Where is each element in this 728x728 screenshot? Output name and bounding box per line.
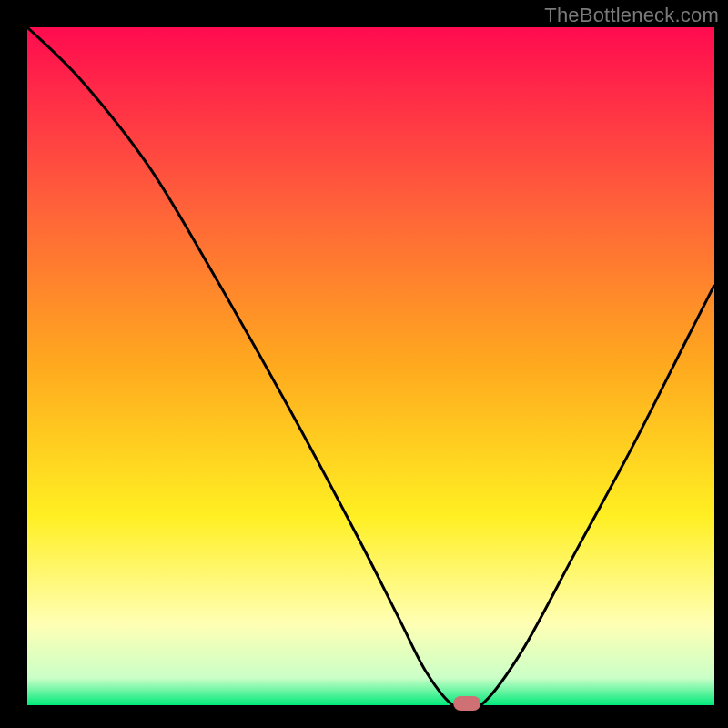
bottleneck-chart <box>0 0 728 728</box>
plot-background <box>27 27 714 705</box>
watermark-text: TheBottleneck.com <box>544 4 719 27</box>
optimal-marker <box>453 696 480 711</box>
chart-container: TheBottleneck.com <box>0 0 728 728</box>
